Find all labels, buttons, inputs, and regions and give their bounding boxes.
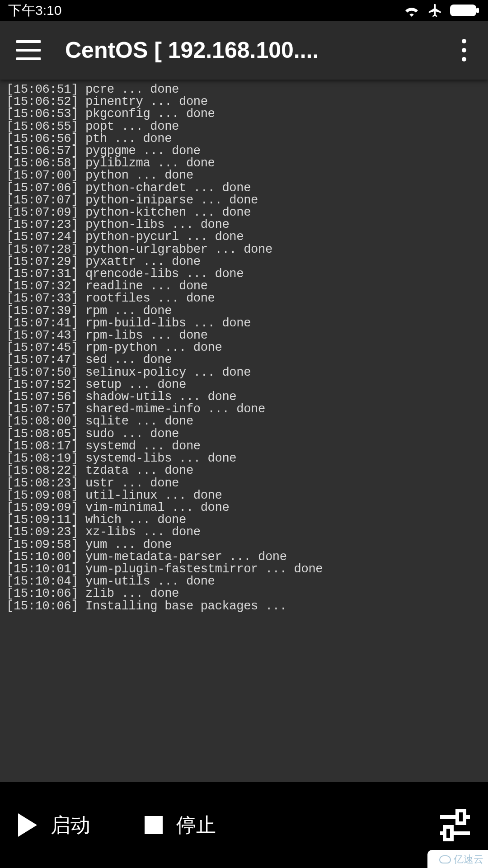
terminal-line: [15:07:52] setup ... done	[6, 378, 482, 391]
terminal-line: [15:08:05] sudo ... done	[6, 428, 482, 440]
overflow-menu-icon[interactable]	[454, 39, 474, 61]
wifi-icon	[403, 4, 420, 17]
terminal-line: [15:07:31] qrencode-libs ... done	[6, 268, 482, 280]
settings-sliders-icon[interactable]	[440, 812, 470, 838]
terminal-line: [15:07:29] pyxattr ... done	[6, 255, 482, 268]
terminal-line: [15:09:23] xz-libs ... done	[6, 526, 482, 538]
terminal-line: [15:07:50] selinux-policy ... done	[6, 366, 482, 378]
terminal-line: [15:10:01] yum-plugin-fastestmirror ... …	[6, 563, 482, 575]
terminal-line: [15:07:09] python-kitchen ... done	[6, 206, 482, 218]
terminal-line: [15:06:52] pinentry ... done	[6, 95, 482, 108]
terminal-line: [15:07:33] rootfiles ... done	[6, 292, 482, 304]
terminal-line: [15:07:24] python-pycurl ... done	[6, 231, 482, 243]
cloud-icon	[439, 855, 451, 863]
status-time: 下午3:10	[8, 1, 61, 20]
app-title: CentOS [ 192.168.100....	[65, 37, 454, 63]
airplane-icon	[427, 3, 444, 18]
terminal-line: [15:06:57] pygpgme ... done	[6, 145, 482, 157]
terminal-line: [15:09:11] which ... done	[6, 514, 482, 526]
terminal-line: [15:07:43] rpm-libs ... done	[6, 329, 482, 341]
menu-icon[interactable]	[16, 40, 41, 60]
terminal-line: [15:08:19] systemd-libs ... done	[6, 452, 482, 464]
status-bar: 下午3:10	[0, 0, 488, 21]
terminal-line: [15:07:45] rpm-python ... done	[6, 341, 482, 354]
stop-label: 停止	[176, 812, 216, 839]
terminal-line: [15:10:06] Installing base packages ...	[6, 600, 482, 612]
app-bar: CentOS [ 192.168.100....	[0, 21, 488, 80]
battery-icon	[450, 4, 480, 17]
terminal-line: [15:07:32] readline ... done	[6, 280, 482, 292]
terminal-line: [15:07:28] python-urlgrabber ... done	[6, 243, 482, 255]
watermark: 亿速云	[427, 850, 488, 868]
stop-button[interactable]: 停止	[145, 812, 216, 839]
terminal-line: [15:06:53] pkgconfig ... done	[6, 108, 482, 120]
terminal-line: [15:07:00] python ... done	[6, 169, 482, 181]
status-icons	[403, 3, 480, 18]
terminal-line: [15:06:55] popt ... done	[6, 120, 482, 132]
terminal-line: [15:07:47] sed ... done	[6, 354, 482, 366]
terminal-line: [15:07:23] python-libs ... done	[6, 218, 482, 231]
terminal-line: [15:07:56] shadow-utils ... done	[6, 391, 482, 403]
terminal-line: [15:07:39] rpm ... done	[6, 305, 482, 317]
bottom-bar: 启动 停止	[0, 782, 488, 868]
terminal-line: [15:06:51] pcre ... done	[6, 83, 482, 95]
terminal-line: [15:06:56] pth ... done	[6, 132, 482, 145]
terminal-output[interactable]: [15:06:51] pcre ... done[15:06:52] pinen…	[0, 80, 488, 782]
terminal-line: [15:10:04] yum-utils ... done	[6, 575, 482, 587]
terminal-line: [15:08:00] sqlite ... done	[6, 415, 482, 427]
watermark-text: 亿速云	[454, 853, 483, 866]
terminal-line: [15:09:08] util-linux ... done	[6, 489, 482, 501]
terminal-line: [15:08:23] ustr ... done	[6, 477, 482, 489]
terminal-line: [15:08:22] tzdata ... done	[6, 464, 482, 476]
terminal-line: [15:10:06] zlib ... done	[6, 587, 482, 599]
play-icon	[18, 813, 37, 837]
terminal-line: [15:07:06] python-chardet ... done	[6, 182, 482, 194]
svg-rect-0	[450, 5, 476, 16]
terminal-line: [15:07:41] rpm-build-libs ... done	[6, 317, 482, 329]
terminal-line: [15:08:17] systemd ... done	[6, 440, 482, 452]
stop-icon	[145, 816, 163, 834]
start-button[interactable]: 启动	[18, 812, 90, 839]
terminal-line: [15:07:57] shared-mime-info ... done	[6, 403, 482, 415]
terminal-line: [15:06:58] pyliblzma ... done	[6, 157, 482, 169]
svg-rect-1	[476, 8, 479, 13]
terminal-line: [15:09:09] vim-minimal ... done	[6, 501, 482, 514]
terminal-line: [15:09:58] yum ... done	[6, 538, 482, 551]
terminal-line: [15:07:07] python-iniparse ... done	[6, 194, 482, 206]
terminal-line: [15:10:00] yum-metadata-parser ... done	[6, 551, 482, 563]
start-label: 启动	[51, 812, 90, 839]
